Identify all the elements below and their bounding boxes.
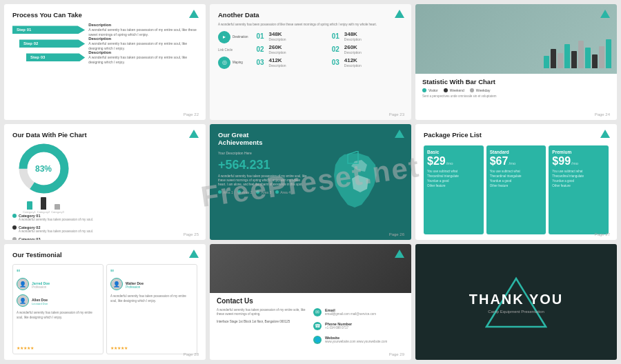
thankyou-subtitle: Camp Equipment Presentation — [488, 310, 544, 314]
bar-chart-bar-6 — [585, 48, 591, 68]
slide-3-triangle — [600, 10, 610, 18]
step-2-row: Step 02 Description A wonderful serenity… — [12, 37, 197, 50]
testimonial-1: " 👤 Jarred Doe Profession 👤 Allen Doe Le… — [12, 264, 103, 354]
pie-categories: Category 01 A wonderful serenity has tak… — [12, 214, 197, 240]
premium-feat-4: Other feature — [552, 184, 605, 188]
pie-cat-3-label: Category 03 — [12, 237, 197, 240]
pie-section: 83% Category1 Category2 Category3 — [12, 143, 197, 240]
data-items-right: 01 348KDescription 02 260KDescription 03… — [332, 31, 403, 114]
achievements-number: +564.231 — [218, 158, 308, 172]
pie-cat-2-dot — [12, 225, 17, 230]
mini-bar-2: Category2 — [37, 197, 50, 214]
link-circle-label: Link Circle — [218, 48, 248, 52]
standard-label: Standard — [490, 150, 543, 154]
phone-value: +1 034 698 0717 — [325, 326, 352, 330]
price-card-standard: Standard $67 /mo You use subtract what T… — [486, 145, 546, 234]
price-card-basic: Basic $29 /mo You use subtract what Thec… — [424, 145, 484, 234]
legend-visitor: Visitor — [422, 88, 438, 92]
testimonial-1-author-info: Jarred Doe Profession — [32, 281, 50, 289]
bar-chart-bar-3 — [564, 44, 570, 68]
premium-label: Premium — [552, 150, 605, 154]
slide-another-data: Another Data A wonderful serenity has be… — [210, 4, 411, 120]
step-2-arrow: Step 02 — [19, 39, 85, 48]
data-right-val-3: 412K — [344, 57, 362, 63]
steps-container: Step 01 Description A wonderful serenity… — [12, 23, 197, 64]
mapping-label: Maping — [233, 61, 243, 64]
area-1: Area 1 — [218, 190, 233, 194]
mapping-icon: ◎ — [218, 57, 230, 69]
mapping-item: ◎ Maping — [218, 57, 248, 69]
area-1-dot — [218, 190, 221, 194]
basic-per: /mo — [446, 161, 453, 165]
slide-contact: Contact Us A wonderful serenity has take… — [210, 244, 411, 360]
slide-5-triangle — [395, 130, 404, 138]
achievements-text: Your Description Here +564.231 A wonderf… — [218, 151, 308, 194]
slide-2-desc: A wonderful serenity has been possession… — [218, 23, 403, 27]
testimonial-2-text: A wonderful serenity has taken possessio… — [110, 294, 193, 343]
data-left-num-3: 03 — [257, 59, 266, 66]
testimonial-2-avatar: 👤 — [110, 278, 123, 290]
data-right-num-1: 01 — [332, 32, 342, 40]
data-left-val-3: 412K — [269, 57, 286, 63]
step-2-desc-title: Description — [88, 37, 197, 41]
slide-process: Process You Can Take Step 01 Description… — [4, 4, 206, 120]
premium-feat-2: Thecardinal triangulate — [552, 174, 605, 178]
basic-price-row: $29 /mo — [427, 156, 480, 167]
slide-price-list: Package Price List Basic $29 /mo You use… — [415, 124, 617, 240]
pie-cat-3-dot — [12, 237, 17, 240]
legend-dot-weekday — [470, 88, 474, 92]
data-right-val-2: 260K — [344, 44, 362, 50]
data-left-val-2: 260K — [269, 44, 286, 50]
data-right-val-1: 348K — [344, 31, 362, 37]
contact-desc-col: A wonderful serenity has taken possessio… — [217, 308, 308, 347]
slide-testimonial: Our Testimonial " 👤 Jarred Doe Professio… — [4, 244, 206, 360]
pie-cat-1-desc: A wonderful serenity has taken possessio… — [19, 218, 197, 221]
bar-chart-bar-0 — [544, 56, 549, 68]
slide-grid: Process You Can Take Step 01 Description… — [0, 0, 621, 364]
bar-3 — [55, 204, 60, 210]
data-left-2: 02 260KDescription — [257, 44, 328, 54]
pie-cat-1-dot — [12, 214, 17, 218]
data-left-lbl-2: Description — [269, 50, 286, 54]
slide-3-bottom: Statistic With Bar Chart Visitor Weekend… — [415, 74, 617, 120]
testimonial-2-stars: ★★★★★ — [110, 345, 193, 350]
data-left-num-2: 02 — [257, 46, 266, 53]
quote-2: " — [110, 268, 193, 278]
premium-price-row: $99 /mo — [552, 156, 605, 167]
testimonial-2-author-info: Walter Doe Profession — [126, 281, 144, 289]
slide-achievements: Our GreatAchievements Your Description H… — [210, 124, 411, 240]
email-value: email@gmail.com mail@service.com — [325, 312, 376, 316]
bar-chart-bar-5 — [578, 41, 584, 68]
testimonial-1-author-row: 👤 Jarred Doe Profession — [17, 278, 99, 292]
area-3-dot — [256, 190, 259, 194]
phone-label: Phone Number — [325, 322, 352, 326]
slide-4-page: Page 25 — [184, 232, 199, 236]
premium-price: $99 — [552, 156, 571, 167]
data-items-left: 01 348KDescription 02 260KDescription 03… — [257, 31, 328, 114]
area-4: Area 4 — [275, 190, 290, 194]
standard-feat-3: Yourdue a good — [490, 179, 543, 183]
data-left-3: 03 412KDescription — [257, 57, 328, 68]
data-left-lbl-3: Description — [269, 63, 286, 68]
step-1-arrow: Step 01 — [12, 26, 85, 34]
area-3: Area 3 — [256, 190, 271, 194]
data-icons: ▸ Destination Link Circle ◎ Maping — [218, 31, 248, 114]
contact-columns: A wonderful serenity has taken possessio… — [217, 308, 404, 347]
price-cards: Basic $29 /mo You use subtract what Thec… — [424, 145, 609, 234]
standard-feat-4: Other feature — [490, 184, 543, 188]
data-left-1: 01 348KDescription — [257, 31, 328, 41]
bar-chart-bar-7 — [592, 54, 598, 68]
slide-thankyou: THANK YOU Camp Equipment Presentation — [415, 244, 617, 360]
slide-3-page: Page 24 — [595, 112, 610, 117]
slide-pie-chart: Our Data With Pie Chart 83% Category1 — [4, 124, 206, 240]
premium-feat-3: Yourdue a good — [552, 179, 605, 183]
website-value: www.yourwebsite.com www.yourwebsite.com — [325, 340, 387, 343]
thankyou-title: THANK YOU — [469, 292, 564, 307]
slide-8-page: Page 29 — [389, 352, 404, 356]
email-details: Email email@gmail.com mail@service.com — [325, 308, 376, 316]
bar-1 — [27, 201, 32, 210]
slide-2-page: Page 23 — [389, 112, 404, 117]
step-2-desc: A wonderful serenity has taken possessio… — [88, 41, 197, 50]
testimonial-1-author2-info: Allen Doe Leonard Doe — [32, 298, 48, 305]
standard-price-row: $67 /mo — [490, 156, 543, 167]
